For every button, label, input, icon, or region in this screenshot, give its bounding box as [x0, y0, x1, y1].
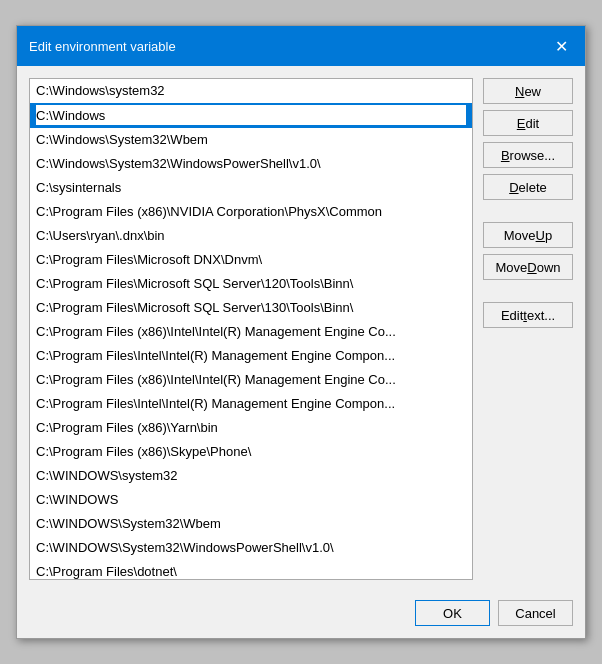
browse-underline: B	[501, 148, 510, 163]
close-button[interactable]: ✕	[549, 34, 573, 58]
spacer	[483, 206, 573, 216]
new-underline: N	[515, 84, 524, 99]
move-down-button[interactable]: Move Down	[483, 254, 573, 280]
list-item[interactable]: C:\Windows\System32\WindowsPowerShell\v1…	[30, 152, 472, 176]
list-item[interactable]: C:\Program Files (x86)\Intel\Intel(R) Ma…	[30, 320, 472, 344]
delete-button[interactable]: Delete	[483, 174, 573, 200]
dialog-body: C:\Windows\system32 C:\Windows\System32\…	[17, 66, 585, 592]
list-item[interactable]: C:\Program Files\Microsoft DNX\Dnvm\	[30, 248, 472, 272]
list-item[interactable]: C:\Program Files (x86)\Skype\Phone\	[30, 440, 472, 464]
ok-button[interactable]: OK	[415, 600, 490, 626]
list-item[interactable]: C:\Program Files\Intel\Intel(R) Manageme…	[30, 392, 472, 416]
dialog-footer: OK Cancel	[17, 592, 585, 638]
list-item[interactable]: C:\Windows\System32\Wbem	[30, 128, 472, 152]
list-edit-input[interactable]	[36, 105, 466, 125]
list-item[interactable]: C:\Program Files (x86)\Yarn\bin	[30, 416, 472, 440]
move-down-underline: D	[527, 260, 536, 275]
list-item[interactable]: C:\WINDOWS	[30, 488, 472, 512]
list-item[interactable]: C:\Users\ryan\.dnx\bin	[30, 224, 472, 248]
list-item[interactable]: C:\Program Files\dotnet\	[30, 560, 472, 580]
list-item[interactable]: C:\Program Files (x86)\Intel\Intel(R) Ma…	[30, 368, 472, 392]
list-item[interactable]: C:\Program Files\Microsoft SQL Server\12…	[30, 272, 472, 296]
list-item[interactable]: C:\WINDOWS\System32\WindowsPowerShell\v1…	[30, 536, 472, 560]
spacer	[483, 286, 573, 296]
list-item[interactable]: C:\WINDOWS\system32	[30, 464, 472, 488]
move-up-button[interactable]: Move Up	[483, 222, 573, 248]
list-item[interactable]: C:\WINDOWS\System32\Wbem	[30, 512, 472, 536]
edit-button[interactable]: Edit	[483, 110, 573, 136]
list-item[interactable]: C:\Program Files\Intel\Intel(R) Manageme…	[30, 344, 472, 368]
delete-underline: D	[509, 180, 518, 195]
list-item[interactable]: C:\sysinternals	[30, 176, 472, 200]
move-up-underline: U	[536, 228, 545, 243]
list-scroll[interactable]: C:\Windows\system32 C:\Windows\System32\…	[30, 79, 472, 579]
edit-text-underline: t	[523, 308, 527, 323]
list-item[interactable]: C:\Program Files (x86)\NVIDIA Corporatio…	[30, 200, 472, 224]
dialog-title: Edit environment variable	[29, 39, 176, 54]
edit-underline: E	[517, 116, 526, 131]
title-bar: Edit environment variable ✕	[17, 26, 585, 66]
browse-button[interactable]: Browse...	[483, 142, 573, 168]
new-button[interactable]: New	[483, 78, 573, 104]
list-item[interactable]: C:\Program Files\Microsoft SQL Server\13…	[30, 296, 472, 320]
list-item-editing[interactable]	[30, 103, 472, 128]
buttons-panel: New Edit Browse... Delete Move Up Move D…	[483, 78, 573, 580]
edit-env-var-dialog: Edit environment variable ✕ C:\Windows\s…	[16, 25, 586, 639]
cancel-button[interactable]: Cancel	[498, 600, 573, 626]
list-item[interactable]: C:\Windows\system32	[30, 79, 472, 103]
edit-text-button[interactable]: Edit text...	[483, 302, 573, 328]
list-panel: C:\Windows\system32 C:\Windows\System32\…	[29, 78, 473, 580]
